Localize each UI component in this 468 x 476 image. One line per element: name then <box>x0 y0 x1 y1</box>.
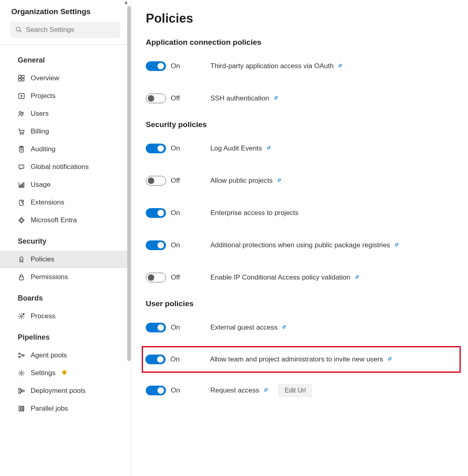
upload-icon <box>18 92 25 100</box>
policy-label: Enterprise access to projects <box>210 209 298 217</box>
toggle-state-label: On <box>171 209 180 217</box>
toggle-state-label: On <box>171 62 180 70</box>
toggle-enterprise[interactable] <box>146 208 166 218</box>
toggle-state-label: Off <box>171 177 180 185</box>
toggle-state-label: On <box>171 386 180 395</box>
settings-sidebar: ▲ Organization Settings GeneralOverviewP… <box>0 0 131 476</box>
link-icon[interactable] <box>394 242 399 248</box>
sidebar-item-label: Projects <box>31 92 55 100</box>
svg-rect-32 <box>21 406 22 411</box>
sidebar-item-label: Settings <box>31 369 55 377</box>
link-icon[interactable] <box>281 324 287 331</box>
sidebar-item-agent-pools[interactable]: Agent pools <box>0 347 131 364</box>
toggle-oauth[interactable] <box>146 61 166 71</box>
nodes-icon <box>18 352 25 359</box>
grid-icon <box>18 75 25 82</box>
policy-row-request: OnRequest accessEdit Url <box>146 380 458 401</box>
svg-point-9 <box>20 134 21 134</box>
link-icon[interactable] <box>266 145 271 152</box>
deploy-icon <box>18 387 25 395</box>
toggle-guest[interactable] <box>146 323 166 332</box>
link-icon[interactable] <box>387 356 392 363</box>
divider <box>0 44 131 45</box>
sidebar-item-deployment-pools[interactable]: Deployment pools <box>0 382 131 400</box>
people-icon <box>18 110 25 117</box>
toggle-state-label: Off <box>171 94 180 102</box>
sidebar-item-label: Deployment pools <box>31 387 86 395</box>
sidebar-item-process[interactable]: Process <box>0 307 131 325</box>
link-icon[interactable] <box>273 95 279 102</box>
sidebar-item-global-notifications[interactable]: Global notifications <box>0 158 131 176</box>
svg-point-25 <box>19 356 20 358</box>
clipboard-icon <box>18 146 25 153</box>
svg-rect-17 <box>20 185 21 187</box>
link-icon[interactable] <box>338 63 343 69</box>
svg-point-22 <box>21 315 23 317</box>
sidebar-item-label: Parallel jobs <box>31 405 68 413</box>
toggle-invite[interactable] <box>145 355 166 364</box>
sidebar-item-usage[interactable]: Usage <box>0 176 131 194</box>
sidebar-scrollbar[interactable] <box>127 6 131 361</box>
policy-label: Request access <box>210 386 259 395</box>
sidebar-item-parallel-jobs[interactable]: Parallel jobs <box>0 400 131 418</box>
sidebar-item-permissions[interactable]: Permissions <box>0 268 131 286</box>
link-icon[interactable] <box>355 274 360 281</box>
sidebar-item-entra[interactable]: Microsoft Entra <box>0 211 131 229</box>
toggle-pkg-reg[interactable] <box>146 240 166 250</box>
toggle-public-proj[interactable] <box>146 176 166 186</box>
toggle-audit[interactable] <box>146 144 166 153</box>
search-settings-input[interactable] <box>26 26 115 34</box>
svg-rect-31 <box>19 406 20 411</box>
svg-rect-3 <box>22 75 24 78</box>
sidebar-item-label: Usage <box>31 181 50 189</box>
toggle-request[interactable] <box>146 386 166 395</box>
link-icon[interactable] <box>263 387 269 394</box>
svg-point-24 <box>19 353 20 355</box>
sidebar-title: Organization Settings <box>0 0 131 22</box>
sidebar-item-users[interactable]: Users <box>0 105 131 123</box>
sidebar-group-title: Pipelines <box>0 325 131 347</box>
diamond-icon <box>18 217 25 224</box>
gear-dot-icon <box>18 313 25 320</box>
svg-point-26 <box>23 355 24 356</box>
toggle-ssh[interactable] <box>146 94 166 103</box>
sidebar-item-pipe-settings[interactable]: Settings <box>0 364 131 382</box>
edit-url-button[interactable]: Edit Url <box>278 384 312 397</box>
sidebar-item-label: Permissions <box>31 273 68 281</box>
sidebar-item-auditing[interactable]: Auditing <box>0 140 131 158</box>
toggle-state-label: On <box>171 324 180 332</box>
sidebar-item-billing[interactable]: Billing <box>0 123 131 140</box>
policy-row-audit: OnLog Audit Events <box>146 138 458 159</box>
sidebar-item-policies[interactable]: Policies <box>0 251 131 268</box>
sidebar-item-overview[interactable]: Overview <box>0 69 131 87</box>
svg-rect-18 <box>21 184 23 187</box>
search-settings-box[interactable] <box>10 22 120 38</box>
svg-point-5 <box>22 79 24 81</box>
svg-rect-30 <box>22 390 24 392</box>
sidebar-item-label: Overview <box>31 74 59 82</box>
puzzle-icon <box>18 199 25 206</box>
sidebar-item-label: Billing <box>31 127 49 136</box>
sidebar-item-extensions[interactable]: Extensions <box>0 194 131 211</box>
sidebar-item-projects[interactable]: Projects <box>0 87 131 105</box>
sidebar-item-label: Microsoft Entra <box>31 216 77 224</box>
parallel-icon <box>18 405 25 412</box>
policy-row-enterprise: OnEnterprise access to projects <box>146 203 458 223</box>
policy-label: Allow public projects <box>210 177 273 185</box>
page-title: Policies <box>146 11 458 26</box>
policy-label: Allow team and project administrators to… <box>210 355 383 363</box>
section-title: Application connection policies <box>146 38 458 47</box>
section-title: Security policies <box>146 120 458 129</box>
svg-point-23 <box>23 313 24 315</box>
search-icon <box>15 26 22 34</box>
medal-icon <box>18 256 25 263</box>
sidebar-item-label: Policies <box>31 255 55 263</box>
scroll-up-arrow-icon[interactable]: ▲ <box>123 0 129 4</box>
sidebar-item-label: Global notifications <box>31 163 89 171</box>
toggle-state-label: On <box>171 144 180 152</box>
shield-warning-icon <box>62 369 67 377</box>
policy-row-public-proj: OffAllow public projects <box>146 170 458 191</box>
link-icon[interactable] <box>277 177 282 184</box>
svg-rect-28 <box>19 388 21 390</box>
toggle-ip-ca[interactable] <box>146 273 166 282</box>
